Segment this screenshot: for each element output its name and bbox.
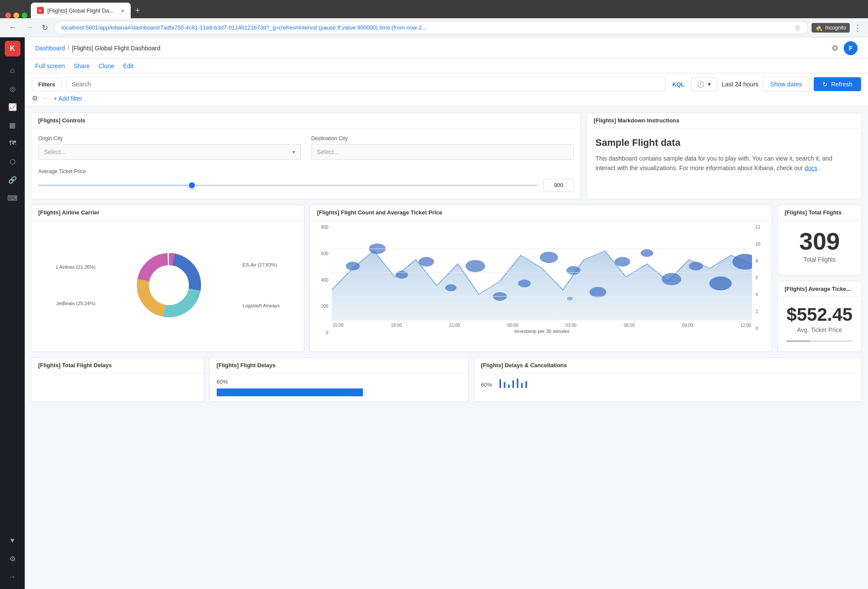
star-button[interactable]: ☆ bbox=[795, 23, 801, 32]
markdown-docs-link[interactable]: docs bbox=[805, 165, 818, 171]
sidebar-item-graph[interactable]: 🔗 bbox=[4, 171, 21, 188]
address-bar[interactable]: localhost:5601/app/kibana#/dashboard/7ad… bbox=[54, 21, 808, 34]
search-input[interactable] bbox=[66, 77, 666, 92]
sidebar-item-dashboard[interactable]: ▦ bbox=[4, 116, 21, 134]
total-delays-panel: [Flights] Total Flight Delays bbox=[31, 357, 204, 402]
add-filter-divider: — bbox=[42, 95, 49, 102]
nav-forward-button[interactable]: → bbox=[23, 21, 36, 34]
full-screen-button[interactable]: Full screen bbox=[35, 63, 65, 69]
svg-point-4 bbox=[150, 266, 188, 304]
svg-point-12 bbox=[518, 280, 531, 287]
price-slider-label: Average Ticket Price bbox=[38, 168, 574, 174]
browser-menu-button[interactable]: ⋮ bbox=[853, 23, 862, 33]
share-button[interactable]: Share bbox=[73, 63, 89, 69]
window-min[interactable] bbox=[13, 13, 19, 18]
total-delays-header: [Flights] Total Flight Delays bbox=[31, 358, 204, 373]
time-picker[interactable]: 🕐 ▼ bbox=[691, 77, 717, 91]
flight-count-chart-svg bbox=[332, 225, 752, 320]
svg-point-9 bbox=[445, 284, 456, 291]
total-flights-value: 309 bbox=[786, 229, 853, 253]
gear-filter-button[interactable]: ⚙ bbox=[32, 94, 38, 102]
filters-label: Filters bbox=[32, 78, 62, 91]
donut-labels-right: ES-Air (27.83%) Logstash Airways bbox=[243, 260, 280, 311]
show-dates-button[interactable]: Show dates bbox=[763, 77, 809, 92]
delays-pct-label: 60% bbox=[481, 382, 492, 388]
svg-point-19 bbox=[689, 262, 703, 270]
avg-ticket-scrollbar[interactable] bbox=[786, 340, 853, 342]
nav-back-button[interactable]: ← bbox=[6, 21, 19, 34]
tab-title: [Flights] Global Flight Da... bbox=[47, 7, 114, 14]
y-right-axis: 12 10 8 6 4 2 0 bbox=[754, 225, 765, 344]
kql-button[interactable]: KQL bbox=[670, 79, 687, 90]
window-max[interactable] bbox=[22, 13, 27, 18]
destination-city-select[interactable]: Select... bbox=[311, 144, 574, 160]
stats-column: [Flights] Total Flights 309 Total Flight… bbox=[777, 204, 862, 352]
sidebar-item-canvas[interactable]: ⬡ bbox=[4, 153, 21, 170]
total-flights-panel: [Flights] Total Flights 309 Total Flight… bbox=[777, 204, 862, 276]
controls-panel-header: [Flights] Controls bbox=[31, 113, 581, 128]
donut-label-logstash: Logstash Airways bbox=[243, 303, 280, 308]
avg-ticket-panel: [Flights] Average Ticke... $552.45 Avg. … bbox=[777, 281, 862, 352]
refresh-button[interactable]: ↻ Refresh bbox=[814, 77, 861, 91]
tab-favicon: K bbox=[37, 7, 44, 14]
svg-point-16 bbox=[615, 257, 630, 267]
avg-ticket-label: Avg. Ticket Price bbox=[786, 326, 853, 333]
refresh-icon: ↻ bbox=[822, 81, 828, 88]
nav-refresh-button[interactable]: ↻ bbox=[39, 21, 51, 34]
kibana-logo[interactable]: K bbox=[5, 41, 20, 56]
airline-carrier-header: [Flights] Airline Carrier bbox=[31, 205, 304, 220]
refresh-label: Refresh bbox=[831, 81, 852, 88]
browser-tab-active[interactable]: K [Flights] Global Flight Da... × bbox=[31, 3, 131, 18]
svg-point-18 bbox=[662, 273, 681, 285]
origin-city-select[interactable]: Select... ▾ bbox=[38, 144, 301, 160]
donut-labels-left: 1 Airlines (21.36%) JetBeats (25.24%) bbox=[56, 262, 96, 309]
sidebar-item-arrow[interactable]: → bbox=[4, 568, 21, 586]
svg-point-14 bbox=[567, 266, 581, 275]
origin-chevron-icon: ▾ bbox=[292, 148, 295, 155]
svg-point-17 bbox=[641, 249, 653, 257]
incognito-badge: 🕵 Incognito bbox=[812, 23, 850, 33]
x-tick-0900: 09:00 bbox=[682, 323, 693, 328]
sidebar-item-devtools[interactable]: ⌨ bbox=[4, 189, 21, 207]
add-filter-button[interactable]: + Add filter bbox=[53, 95, 83, 102]
flight-delays-pct: 60% bbox=[217, 378, 461, 385]
close-tab-icon[interactable]: × bbox=[121, 7, 125, 14]
svg-point-13 bbox=[540, 252, 558, 263]
sidebar-item-home[interactable]: ⌂ bbox=[4, 62, 21, 79]
edit-button[interactable]: Edit bbox=[123, 63, 133, 69]
sidebar-item-visualize[interactable]: 📈 bbox=[4, 98, 21, 115]
x-tick-0300: 03:00 bbox=[566, 323, 577, 328]
x-tick-0000: 00:00 bbox=[507, 323, 518, 328]
sidebar-item-management[interactable]: ⚙ bbox=[4, 550, 21, 567]
y-left-axis: 800 600 400 200 0 bbox=[317, 225, 330, 344]
filter-bar: Filters KQL 🕐 ▼ Last 24 hours Show dates… bbox=[25, 73, 868, 106]
sidebar-item-maps[interactable]: 🗺 bbox=[4, 135, 21, 152]
flight-delays-header: [Flights] Flight Delays bbox=[210, 358, 468, 373]
left-sidebar: K ⌂ ◎ 📈 ▦ 🗺 ⬡ 🔗 ⌨ ♥ ⚙ → bbox=[0, 37, 25, 589]
settings-button[interactable]: ⚙ bbox=[830, 42, 840, 55]
window-close[interactable] bbox=[5, 13, 11, 18]
slider-thumb[interactable] bbox=[188, 181, 196, 189]
new-tab-button[interactable]: + bbox=[131, 3, 145, 18]
donut-label-airlines: 1 Airlines (21.36%) bbox=[56, 264, 96, 270]
clone-button[interactable]: Clone bbox=[99, 63, 115, 69]
user-avatar[interactable]: F bbox=[844, 41, 858, 55]
breadcrumb-current: [Flights] Global Flight Dashboard bbox=[72, 45, 160, 52]
slider-value[interactable]: 900 bbox=[543, 179, 574, 191]
top-bar: Dashboard / [Flights] Global Flight Dash… bbox=[25, 37, 868, 59]
total-flights-header: [Flights] Total Flights bbox=[778, 205, 861, 220]
sidebar-item-discover[interactable]: ◎ bbox=[4, 80, 21, 97]
x-tick-1200: 12:00 bbox=[740, 323, 751, 328]
x-tick-2100: 21:00 bbox=[449, 323, 460, 328]
donut-chart-svg bbox=[130, 246, 208, 324]
origin-city-label: Origin City bbox=[38, 135, 301, 141]
svg-point-8 bbox=[419, 257, 434, 267]
slider-fill bbox=[38, 184, 198, 186]
clock-dropdown-icon: ▼ bbox=[707, 82, 712, 87]
airline-carrier-panel: [Flights] Airline Carrier 1 Airlines (21… bbox=[31, 204, 304, 352]
x-tick-1500: 15:00 bbox=[333, 323, 343, 328]
breadcrumb: Dashboard / [Flights] Global Flight Dash… bbox=[35, 45, 160, 52]
breadcrumb-parent[interactable]: Dashboard bbox=[35, 45, 65, 52]
sidebar-item-monitoring[interactable]: ♥ bbox=[4, 532, 21, 549]
svg-point-5 bbox=[346, 262, 360, 270]
